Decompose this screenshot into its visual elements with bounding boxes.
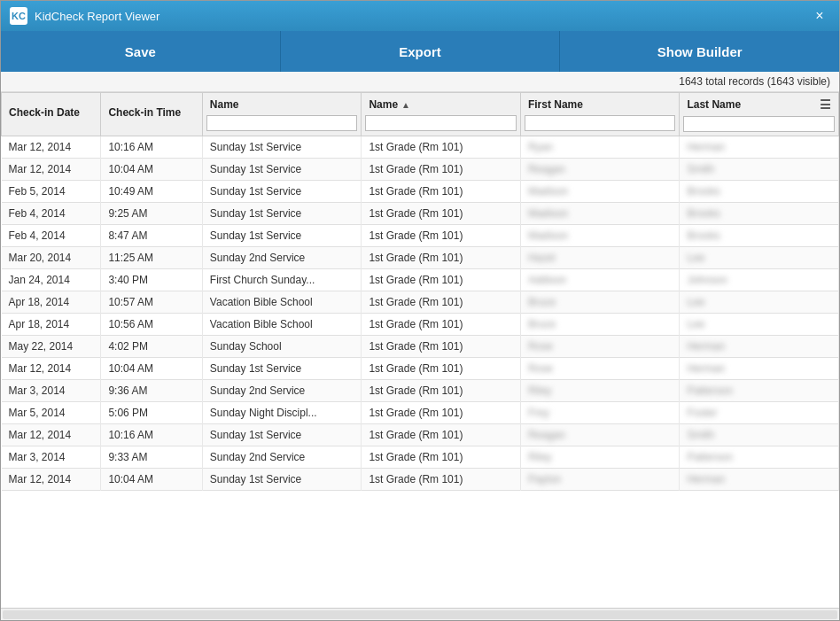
table-cell: Hazel bbox=[520, 247, 680, 269]
table-row[interactable]: Mar 12, 201410:04 AMSunday 1st Service1s… bbox=[2, 358, 839, 380]
col-checkin-time: Check-in Time bbox=[101, 93, 202, 136]
table-cell: 10:16 AM bbox=[101, 424, 202, 446]
table-cell: Madison bbox=[520, 203, 680, 225]
scrollbar-x-track bbox=[3, 610, 837, 619]
table-cell: First Church Sunday... bbox=[202, 269, 362, 291]
col-name-filter[interactable] bbox=[206, 115, 358, 131]
table-row[interactable]: Mar 3, 20149:33 AMSunday 2nd Service1st … bbox=[2, 446, 839, 469]
table-cell: 1st Grade (Rm 101) bbox=[362, 203, 521, 225]
col-checkin-date: Check-in Date bbox=[2, 93, 101, 136]
table-cell: Bruce bbox=[520, 291, 680, 314]
table-cell: Brooks bbox=[680, 181, 839, 203]
table-cell: Lee bbox=[680, 314, 839, 336]
table-cell: Bruce bbox=[520, 314, 680, 336]
table-cell: Lee bbox=[680, 247, 839, 269]
table-cell: Sunday 1st Service bbox=[202, 424, 362, 446]
table-cell: 8:47 AM bbox=[101, 225, 202, 247]
col-checkin-date-label: Check-in Date bbox=[9, 106, 80, 119]
app-icon-text: KC bbox=[12, 11, 26, 21]
table-row[interactable]: Feb 4, 20149:25 AMSunday 1st Service1st … bbox=[2, 203, 839, 225]
table-cell: Sunday 1st Service bbox=[202, 469, 362, 491]
col-last-name: Last Name ☰ bbox=[680, 93, 839, 136]
table-row[interactable]: Feb 4, 20148:47 AMSunday 1st Service1st … bbox=[2, 225, 839, 247]
table-cell: 9:25 AM bbox=[101, 203, 202, 225]
table-cell: Herman bbox=[680, 336, 839, 358]
table-cell: Herman bbox=[680, 469, 839, 491]
table-cell: Herman bbox=[680, 358, 839, 380]
table-cell: 1st Grade (Rm 101) bbox=[362, 181, 521, 203]
table-row[interactable]: Mar 12, 201410:04 AMSunday 1st Service1s… bbox=[2, 159, 839, 181]
table-cell: Lee bbox=[680, 291, 839, 314]
table-cell: Mar 5, 2014 bbox=[2, 402, 101, 424]
table-cell: Madison bbox=[520, 181, 680, 203]
table-cell: Smith bbox=[680, 424, 839, 446]
table-cell: 1st Grade (Rm 101) bbox=[362, 402, 521, 424]
scrollbar-horizontal[interactable] bbox=[1, 608, 839, 620]
col-name2: Name ▲ bbox=[362, 93, 521, 136]
table-cell: Patterson bbox=[680, 446, 839, 469]
table-row[interactable]: Apr 18, 201410:57 AMVacation Bible Schoo… bbox=[2, 291, 839, 314]
table-cell: 10:04 AM bbox=[101, 469, 202, 491]
table-cell: Herman bbox=[680, 136, 839, 159]
table-cell: 10:04 AM bbox=[101, 358, 202, 380]
app-window: KC KidCheck Report Viewer × Save Export … bbox=[0, 0, 840, 621]
table-cell: 10:49 AM bbox=[101, 181, 202, 203]
table-cell: 10:56 AM bbox=[101, 314, 202, 336]
table-cell: Ryan bbox=[520, 136, 680, 159]
table-cell: Brooks bbox=[680, 225, 839, 247]
table-cell: Reagan bbox=[520, 159, 680, 181]
table-cell: 10:04 AM bbox=[101, 159, 202, 181]
table-cell: 1st Grade (Rm 101) bbox=[362, 380, 521, 402]
table-cell: 1st Grade (Rm 101) bbox=[362, 358, 521, 380]
table-cell: Sunday 1st Service bbox=[202, 181, 362, 203]
table-row[interactable]: Apr 18, 201410:56 AMVacation Bible Schoo… bbox=[2, 314, 839, 336]
show-builder-button[interactable]: Show Builder bbox=[560, 31, 839, 72]
close-button[interactable]: × bbox=[809, 5, 830, 27]
table-row[interactable]: Mar 12, 201410:04 AMSunday 1st Service1s… bbox=[2, 469, 839, 491]
table-cell: 1st Grade (Rm 101) bbox=[362, 469, 521, 491]
table-row[interactable]: Feb 5, 201410:49 AMSunday 1st Service1st… bbox=[2, 181, 839, 203]
col-name2-filter[interactable] bbox=[365, 115, 517, 131]
save-button[interactable]: Save bbox=[1, 31, 281, 72]
col-first-name: First Name bbox=[520, 93, 680, 136]
table-cell: Mar 12, 2014 bbox=[2, 136, 101, 159]
title-bar: KC KidCheck Report Viewer × bbox=[1, 1, 839, 31]
col-first-name-filter[interactable] bbox=[525, 115, 676, 131]
table-row[interactable]: Mar 3, 20149:36 AMSunday 2nd Service1st … bbox=[2, 380, 839, 402]
sort-asc-icon: ▲ bbox=[401, 100, 410, 110]
table-cell: Apr 18, 2014 bbox=[2, 291, 101, 314]
table-cell: Sunday 2nd Service bbox=[202, 446, 362, 469]
table-cell: Riley bbox=[520, 446, 680, 469]
table-cell: Foster bbox=[680, 402, 839, 424]
table-row[interactable]: May 22, 20144:02 PMSunday School1st Grad… bbox=[2, 336, 839, 358]
table-cell: 5:06 PM bbox=[101, 402, 202, 424]
export-button[interactable]: Export bbox=[281, 31, 561, 72]
table-row[interactable]: Mar 5, 20145:06 PMSunday Night Discipl..… bbox=[2, 402, 839, 424]
table-cell: 1st Grade (Rm 101) bbox=[362, 446, 521, 469]
table-cell: Mar 20, 2014 bbox=[2, 247, 101, 269]
app-icon: KC bbox=[10, 7, 27, 25]
table-cell: 3:40 PM bbox=[101, 269, 202, 291]
col-last-name-filter[interactable] bbox=[683, 116, 835, 132]
table-cell: 10:16 AM bbox=[101, 136, 202, 159]
column-menu-icon[interactable]: ☰ bbox=[820, 97, 831, 112]
table-cell: Sunday School bbox=[202, 336, 362, 358]
table-cell: Mar 3, 2014 bbox=[2, 446, 101, 469]
table-scroll[interactable]: Check-in Date Check-in Time bbox=[1, 92, 839, 608]
table-cell: Brooks bbox=[680, 203, 839, 225]
table-row[interactable]: Jan 24, 20143:40 PMFirst Church Sunday..… bbox=[2, 269, 839, 291]
table-cell: Johnson bbox=[680, 269, 839, 291]
record-count: 1643 total records (1643 visible) bbox=[679, 75, 830, 88]
table-cell: 1st Grade (Rm 101) bbox=[362, 424, 521, 446]
window-title: KidCheck Report Viewer bbox=[35, 10, 809, 23]
table-row[interactable]: Mar 12, 201410:16 AMSunday 1st Service1s… bbox=[2, 136, 839, 159]
table-cell: Sunday 1st Service bbox=[202, 159, 362, 181]
table-cell: 1st Grade (Rm 101) bbox=[362, 225, 521, 247]
table-cell: 11:25 AM bbox=[101, 247, 202, 269]
col-first-name-label: First Name bbox=[528, 98, 583, 111]
table-row[interactable]: Mar 12, 201410:16 AMSunday 1st Service1s… bbox=[2, 424, 839, 446]
table-cell: Mar 12, 2014 bbox=[2, 159, 101, 181]
table-cell: 9:36 AM bbox=[101, 380, 202, 402]
table-cell: Rose bbox=[520, 358, 680, 380]
table-row[interactable]: Mar 20, 201411:25 AMSunday 2nd Service1s… bbox=[2, 247, 839, 269]
